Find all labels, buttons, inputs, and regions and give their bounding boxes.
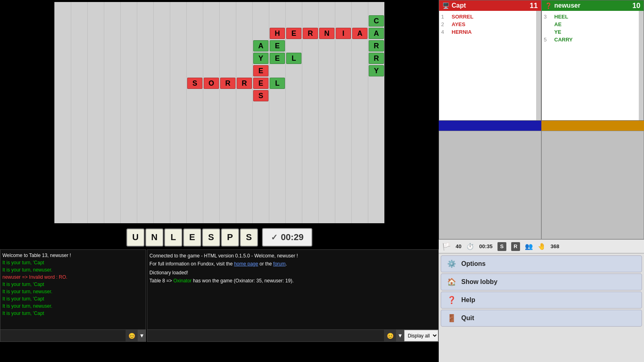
display-select[interactable]: Display all xyxy=(404,330,438,341)
move-num xyxy=(544,21,551,27)
word-label: YE xyxy=(554,29,561,35)
lobby-icon: 🏠 xyxy=(446,276,457,288)
board-tile-C-20-2[interactable]: C xyxy=(369,15,384,27)
board-tile-E-15-3[interactable]: E xyxy=(286,28,301,39)
chat-message: It is your turn, newuser. xyxy=(2,288,144,295)
left-emoji-dropdown[interactable]: ▼ xyxy=(138,330,146,341)
move-num: 4 xyxy=(441,29,448,35)
left-chat-panel: Welcome to Table 13, newuser !It is your… xyxy=(0,249,146,342)
chat-message: It is your turn, newuser. xyxy=(2,266,144,274)
bag-count: 40 xyxy=(456,243,461,249)
move-num: 2 xyxy=(441,21,448,27)
right-chat-panel: Connected to the game - HTML version 0.1… xyxy=(147,249,439,342)
board-tile-H-14-3[interactable]: H xyxy=(270,28,285,39)
game-board[interactable]: HERNIACARRYAEYELSORRELES xyxy=(54,2,384,223)
chat-message: It is your turn, 'Capt xyxy=(2,295,144,302)
word-label: HERNIA xyxy=(452,29,472,35)
hand-icon: 🤚 xyxy=(538,243,546,250)
rack-tile-L[interactable]: L xyxy=(164,228,182,247)
rack-tile-S[interactable]: S xyxy=(202,228,220,247)
options-label: Options xyxy=(461,260,485,267)
chat-message: It is your turn, 'Capt xyxy=(2,310,144,317)
clock-time: 00:35 xyxy=(479,243,492,249)
chat-message: It is your turn, 'Capt xyxy=(2,259,144,266)
board-tile-E-14-5[interactable]: E xyxy=(270,53,285,64)
right-emoji-dropdown[interactable]: ▼ xyxy=(396,330,404,341)
board-tile-R-11-7[interactable]: R xyxy=(220,78,235,89)
chat-message: Table 8 => Oxinator has won the game (Ox… xyxy=(149,277,436,285)
board-tile-L-15-5[interactable]: L xyxy=(286,53,301,64)
newuser-rack-panel xyxy=(541,121,644,131)
capt-word-row: 4HERNIA xyxy=(441,28,534,36)
capt-rack-display xyxy=(439,131,541,239)
action-buttons: ⚙️ Options 🏠 Show lobby ❓ Help 🚪 Quit xyxy=(439,253,644,362)
word-label: AYES xyxy=(452,21,465,27)
forum-link[interactable]: forum xyxy=(273,261,286,267)
right-chat-input[interactable] xyxy=(147,330,384,341)
newuser-icon: ❓ xyxy=(545,2,552,9)
word-label: SORREL xyxy=(452,14,473,20)
rack-area: UNLESPS ✓ 00:29 xyxy=(0,225,439,249)
help-label: Help xyxy=(461,296,475,304)
board-tile-S-9-7[interactable]: S xyxy=(187,78,202,89)
people-icon: 👥 xyxy=(525,243,533,250)
left-chat-messages: Welcome to Table 13, newuser !It is your… xyxy=(0,250,146,329)
board-tile-Y-13-5[interactable]: Y xyxy=(253,53,268,64)
board-tile-E-14-4[interactable]: E xyxy=(270,40,285,51)
chat-message: Welcome to Table 13, newuser ! xyxy=(2,252,144,259)
newuser-score-body: 3HEELAEYE5CARRY xyxy=(542,11,639,120)
rack-tile-N[interactable]: N xyxy=(145,228,163,247)
right-emoji-button[interactable]: 😊 xyxy=(384,330,396,341)
board-tile-R-20-5[interactable]: R xyxy=(369,53,384,64)
board-tile-R-20-4[interactable]: R xyxy=(369,40,384,51)
board-tile-O-10-7[interactable]: O xyxy=(204,78,219,89)
show-lobby-label: Show lobby xyxy=(461,278,497,286)
help-icon: ❓ xyxy=(446,294,457,306)
chat-message: It is your turn, newuser. xyxy=(2,302,144,310)
left-emoji-button[interactable]: 😊 xyxy=(126,330,138,341)
score-area: 🖥️ Capt 11 1SORREL2AYES4HERNIA ❓ newuser… xyxy=(439,0,644,121)
board-tile-R-16-3[interactable]: R xyxy=(303,28,318,39)
chat-message: It is your turn, 'Capt xyxy=(2,281,144,288)
rack-tile-P[interactable]: P xyxy=(221,228,239,247)
right-chat-messages: Connected to the game - HTML version 0.1… xyxy=(147,250,438,329)
board-container: HERNIACARRYAEYELSORRELES xyxy=(0,0,439,225)
board-tile-A-20-3[interactable]: A xyxy=(369,28,384,39)
board-tile-E-13-6[interactable]: E xyxy=(253,65,268,76)
chat-message: For full information on Fundox, visit th… xyxy=(149,260,436,268)
rack-tile-E[interactable]: E xyxy=(183,228,201,247)
capt-scrollbar[interactable] xyxy=(536,11,541,120)
score-s-icon: S xyxy=(497,242,506,251)
options-button[interactable]: ⚙️ Options xyxy=(441,255,642,272)
board-tile-I-18-3[interactable]: I xyxy=(336,28,351,39)
board-tile-E-13-7[interactable]: E xyxy=(253,78,268,89)
flag-icon: 🏳️ xyxy=(442,242,451,251)
newuser-word-row: 3HEEL xyxy=(544,13,637,21)
timer-box: ✓ 00:29 xyxy=(262,228,312,247)
capt-score-panel: 🖥️ Capt 11 1SORREL2AYES4HERNIA xyxy=(439,0,541,121)
board-tile-N-17-3[interactable]: N xyxy=(319,28,334,39)
rack-tile-U[interactable]: U xyxy=(126,228,144,247)
quit-button[interactable]: 🚪 Quit xyxy=(441,310,642,327)
board-tile-A-13-4[interactable]: A xyxy=(253,40,268,51)
home-page-link[interactable]: home page xyxy=(234,261,258,267)
newuser-name: newuser xyxy=(554,2,580,9)
show-lobby-button[interactable]: 🏠 Show lobby xyxy=(441,274,642,290)
newuser-scrollbar[interactable] xyxy=(639,11,644,120)
help-button[interactable]: ❓ Help xyxy=(441,292,642,309)
word-label: AE xyxy=(554,21,561,27)
board-tile-A-19-3[interactable]: A xyxy=(352,28,367,39)
newuser-score-header: ❓ newuser 10 xyxy=(542,0,644,11)
capt-score-header: 🖥️ Capt 11 xyxy=(439,0,541,11)
left-chat-input[interactable] xyxy=(0,330,126,341)
left-chat-input-row: 😊 ▼ xyxy=(0,329,146,341)
capt-score: 11 xyxy=(530,2,538,10)
player-racks-display xyxy=(439,131,644,239)
rack-tile-S[interactable]: S xyxy=(240,228,258,247)
winner-name: Oxinator xyxy=(173,278,192,284)
board-tile-L-14-7[interactable]: L xyxy=(270,78,285,89)
board-tile-R-12-7[interactable]: R xyxy=(237,78,252,89)
board-tile-S-13-8[interactable]: S xyxy=(253,90,268,101)
word-label: CARRY xyxy=(554,37,573,43)
board-tile-Y-20-6[interactable]: Y xyxy=(369,65,384,76)
